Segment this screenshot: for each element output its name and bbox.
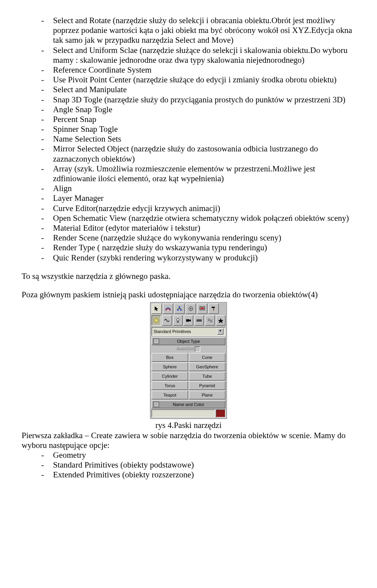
svg-rect-11 xyxy=(186,319,189,322)
list-item: Select and Manipulate xyxy=(37,85,355,95)
display-monitor-icon xyxy=(199,306,205,312)
chevron-down-icon: ▼ xyxy=(217,328,223,335)
object-color-swatch[interactable] xyxy=(216,410,225,417)
spacewarp-icon xyxy=(207,317,213,324)
panel-category-icons xyxy=(152,315,225,326)
object-type-button[interactable]: Tube xyxy=(189,372,225,380)
svg-rect-6 xyxy=(201,308,204,309)
object-type-button[interactable]: Teapot xyxy=(152,391,188,399)
systems-star-icon xyxy=(218,317,224,324)
autogrid-checkbox[interactable] xyxy=(195,346,200,352)
list-item: Standard Primitives (obiekty podstawowe) xyxy=(37,460,355,470)
options-list: GeometryStandard Primitives (obiekty pod… xyxy=(37,450,355,480)
dropdown-label: Standard Primitives xyxy=(154,328,191,335)
category-helpers[interactable] xyxy=(194,315,204,326)
object-type-button[interactable]: Torus xyxy=(152,381,188,390)
object-type-button[interactable]: Pyramid xyxy=(189,381,225,390)
list-item: Quic Render (szybki rendering wykorzysty… xyxy=(37,253,355,263)
list-item: Angle Snap Togle xyxy=(37,105,355,115)
tab-motion[interactable] xyxy=(186,304,196,314)
list-item: Align xyxy=(37,184,355,193)
list-item: Percent Snap xyxy=(37,115,355,124)
rainbow-arc-icon xyxy=(165,306,171,312)
svg-rect-8 xyxy=(213,308,214,311)
list-item: Reference Coordinate System xyxy=(37,65,355,75)
svg-point-10 xyxy=(177,319,179,321)
list-item: Select and Uniform Sclae (narzędzie służ… xyxy=(37,46,355,65)
svg-point-9 xyxy=(154,319,158,322)
arrow-cursor-icon xyxy=(154,306,160,312)
list-item: Geometry xyxy=(37,450,355,460)
list-item: Use Pivoit Point Center (narzędzie służą… xyxy=(37,75,355,85)
camera-icon xyxy=(185,317,192,324)
tab-display[interactable] xyxy=(197,304,207,314)
svg-rect-2 xyxy=(180,309,182,311)
collapse-icon: - xyxy=(154,339,159,344)
svg-rect-1 xyxy=(177,309,179,311)
category-geometry[interactable] xyxy=(152,315,161,326)
tool-list: Select and Rotate (narzędzie służy do se… xyxy=(37,16,355,263)
rollout-object-type-label: Object Type xyxy=(177,339,200,344)
tab-modify[interactable] xyxy=(163,304,173,314)
hammer-icon xyxy=(210,306,217,312)
paragraph-create-tab: Pierwsza zakładka – Create zawiera w sob… xyxy=(22,431,355,450)
category-systems[interactable] xyxy=(216,315,225,326)
category-lights[interactable] xyxy=(173,315,183,326)
object-type-button[interactable]: GeoSphere xyxy=(189,362,225,371)
list-item: Spinner Snap Togle xyxy=(37,124,355,134)
paragraph-intro-panels: Poza głównym paskiem istnieją paski udos… xyxy=(22,290,355,300)
hierarchy-icon xyxy=(176,306,183,312)
list-item: Material Editor (edytor materiałów i tek… xyxy=(37,223,355,233)
autogrid-row: AutoGrid xyxy=(152,346,225,352)
object-type-button[interactable]: Plane xyxy=(189,391,225,399)
shapes-wave-icon xyxy=(164,317,170,324)
tab-create[interactable] xyxy=(152,304,162,314)
tab-hierarchy[interactable] xyxy=(174,304,185,314)
object-type-grid: BoxConeSphereGeoSphereCylinderTubeTorusP… xyxy=(152,353,225,399)
object-type-button[interactable]: Cylinder xyxy=(152,372,188,380)
list-item: Render Type ( narzędzie służy do wskazyw… xyxy=(37,243,355,253)
list-item: Array (szyk. Umożliwia rozmieszczenie el… xyxy=(37,164,355,184)
svg-rect-7 xyxy=(212,307,215,308)
figure-caption: rys 4.Paski narzędzi xyxy=(22,421,355,430)
rollout-object-type[interactable]: - Object Type xyxy=(152,337,225,345)
rollout-name-color-label: Name and Color xyxy=(173,402,204,407)
light-icon xyxy=(175,317,181,324)
tab-utilities[interactable] xyxy=(209,304,219,314)
list-item: Render Scene (narzędzie służące do wykon… xyxy=(37,233,355,243)
category-spacewarps[interactable] xyxy=(205,315,214,326)
category-cameras[interactable] xyxy=(184,315,193,326)
sphere-icon xyxy=(153,317,159,324)
paragraph-summary: To są wszystkie narzędzia z głównego pas… xyxy=(22,271,355,281)
list-item: Snap 3D Togle (narzędzie służy do przyci… xyxy=(37,95,355,105)
rollout-name-color[interactable]: - Name and Color xyxy=(152,400,225,408)
svg-rect-0 xyxy=(179,306,180,308)
list-item: Layer Manager xyxy=(37,193,355,203)
list-item: Select and Rotate (narzędzie służy do se… xyxy=(37,16,355,46)
object-type-button[interactable]: Box xyxy=(152,353,188,362)
category-shapes[interactable] xyxy=(162,315,172,326)
primitives-dropdown[interactable]: Standard Primitives ▼ xyxy=(152,327,225,336)
list-item: Name Selection Sets xyxy=(37,134,355,144)
autogrid-label: AutoGrid xyxy=(177,346,194,351)
svg-point-4 xyxy=(190,308,192,309)
list-item: Curve Editor(narzędzie edycji krzywych a… xyxy=(37,204,355,213)
object-type-button[interactable]: Sphere xyxy=(152,362,188,371)
list-item: Mirror Selected Object (narzędzie służy … xyxy=(37,144,355,164)
object-type-button[interactable]: Cone xyxy=(189,353,225,362)
list-item: Open Schematic View (narzędzie otwiera s… xyxy=(37,213,355,223)
collapse-icon: - xyxy=(154,402,159,407)
list-item: Extended Primitives (obiekty rozszerzone… xyxy=(37,470,355,480)
panel-top-tabs xyxy=(152,304,225,314)
command-panel: Standard Primitives ▼ - Object Type Auto… xyxy=(150,302,227,419)
motion-wheel-icon xyxy=(188,306,194,312)
helper-tape-icon xyxy=(196,317,202,324)
object-name-input[interactable] xyxy=(152,410,215,417)
